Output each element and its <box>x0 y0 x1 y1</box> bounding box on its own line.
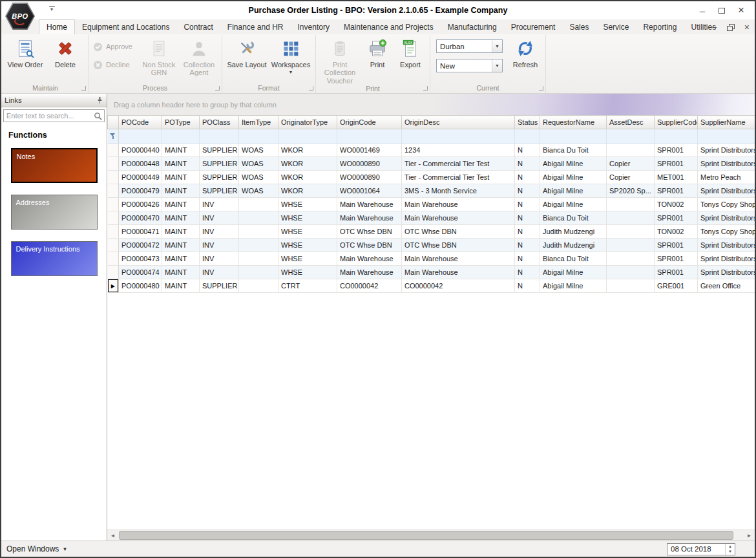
cell-origindesc[interactable]: OTC Whse DBN <box>402 239 515 252</box>
row-indicator[interactable] <box>108 252 119 266</box>
cell-origincode[interactable]: WO0001064 <box>337 184 402 198</box>
cell-itemtype[interactable] <box>239 198 278 211</box>
tab-equipment-and-locations[interactable]: Equipment and Locations <box>75 19 176 34</box>
cell-origindesc[interactable]: Tier - Commercial Tier Test <box>402 171 515 184</box>
row-indicator[interactable] <box>108 184 119 198</box>
cell-status[interactable]: N <box>515 198 540 211</box>
decline-button[interactable]: Decline <box>91 58 139 72</box>
cell-potype[interactable]: MAINT <box>162 266 200 279</box>
column-header-status[interactable]: Status <box>515 116 540 129</box>
cell-originatortype[interactable]: WHSE <box>278 252 337 266</box>
cell-poclass[interactable]: INV <box>200 239 239 252</box>
cell-poclass[interactable]: SUPPLIER <box>200 171 239 184</box>
cell-suppliername[interactable]: Green Office <box>698 279 755 293</box>
cell-requestorname[interactable]: Abigail Milne <box>540 171 607 184</box>
cell-pocode[interactable]: PO0000471 <box>119 225 162 239</box>
cell-suppliercode[interactable]: SPR001 <box>655 144 698 157</box>
cell-poclass[interactable]: SUPPLIER <box>200 144 239 157</box>
row-indicator[interactable] <box>108 225 119 239</box>
cell-requestorname[interactable]: Abigail Milne <box>540 279 607 293</box>
cell-requestorname[interactable]: Bianca Du Toit <box>540 211 607 225</box>
cell-requestorname[interactable]: Abigail Milne <box>540 266 607 279</box>
cell-originatortype[interactable]: WKOR <box>278 144 337 157</box>
cell-suppliercode[interactable]: GRE001 <box>655 279 698 293</box>
cell-potype[interactable]: MAINT <box>162 239 200 252</box>
cell-poclass[interactable]: INV <box>200 266 239 279</box>
export-button[interactable]: XLSX Export <box>394 36 427 85</box>
filter-cell-requestorname[interactable] <box>540 129 607 144</box>
column-header-potype[interactable]: POType <box>162 116 200 129</box>
cell-status[interactable]: N <box>515 184 540 198</box>
column-header-origincode[interactable]: OriginCode <box>337 116 402 129</box>
view-order-button[interactable]: View Order <box>5 36 45 83</box>
filter-cell-status[interactable] <box>515 129 540 144</box>
filter-cell-suppliercode[interactable] <box>655 129 698 144</box>
cell-suppliername[interactable]: Sprint Distributors <box>698 266 755 279</box>
close-button[interactable]: × <box>731 2 751 19</box>
cell-poclass[interactable]: SUPPLIER <box>200 184 239 198</box>
cell-potype[interactable]: MAINT <box>162 171 200 184</box>
mdi-minimize-button[interactable]: – <box>712 23 717 32</box>
format-dialog-launcher-icon[interactable] <box>309 86 313 91</box>
row-indicator[interactable] <box>108 239 119 252</box>
filter-cell-poclass[interactable] <box>200 129 239 144</box>
cell-poclass[interactable]: INV <box>200 198 239 211</box>
cell-requestorname[interactable]: Judith Mudzengi <box>540 225 607 239</box>
cell-assetdesc[interactable] <box>607 266 655 279</box>
column-header-assetdesc[interactable]: AssetDesc <box>607 116 655 129</box>
cell-requestorname[interactable]: Abigail Milne <box>540 198 607 211</box>
cell-assetdesc[interactable] <box>607 198 655 211</box>
cell-pocode[interactable]: PO0000448 <box>119 157 162 171</box>
cell-suppliername[interactable]: Sprint Distributors <box>698 157 755 171</box>
tab-procurement[interactable]: Procurement <box>504 19 563 34</box>
cell-assetdesc[interactable]: Copier <box>607 171 655 184</box>
cell-poclass[interactable]: SUPPLIER <box>200 157 239 171</box>
cell-suppliercode[interactable]: SPR001 <box>655 252 698 266</box>
cell-origincode[interactable]: CO0000042 <box>337 279 402 293</box>
cell-status[interactable]: N <box>515 252 540 266</box>
site-combobox[interactable]: Durban ▼ <box>436 39 503 53</box>
cell-poclass[interactable]: SUPPLIER <box>200 279 239 293</box>
column-header-origindesc[interactable]: OriginDesc <box>402 116 515 129</box>
filter-cell-assetdesc[interactable] <box>607 129 655 144</box>
column-header-poclass[interactable]: POClass <box>200 116 239 129</box>
cell-potype[interactable]: MAINT <box>162 184 200 198</box>
cell-itemtype[interactable] <box>239 239 278 252</box>
cell-status[interactable]: N <box>515 225 540 239</box>
focused-row-indicator[interactable]: ▶ <box>108 279 119 293</box>
cell-origindesc[interactable]: 3MS - 3 Month Service <box>402 184 515 198</box>
cell-assetdesc[interactable] <box>607 252 655 266</box>
tab-service[interactable]: Service <box>596 19 636 34</box>
cell-potype[interactable]: MAINT <box>162 279 200 293</box>
approve-button[interactable]: Approve <box>91 39 139 54</box>
tab-contract[interactable]: Contract <box>176 19 220 34</box>
cell-suppliername[interactable]: Tonys Copy Shop <box>698 225 755 239</box>
cell-origincode[interactable]: Main Warehouse <box>337 211 402 225</box>
cell-status[interactable]: N <box>515 211 540 225</box>
filter-cell-originatortype[interactable] <box>278 129 337 144</box>
cell-assetdesc[interactable] <box>607 279 655 293</box>
search-icon[interactable] <box>94 112 102 120</box>
mdi-close-button[interactable]: × <box>744 22 750 32</box>
cell-itemtype[interactable] <box>239 279 278 293</box>
workspaces-button[interactable]: Workspaces ▼ <box>269 36 313 83</box>
cell-assetdesc[interactable] <box>607 144 655 157</box>
scrollbar-thumb[interactable] <box>119 531 733 540</box>
cell-pocode[interactable]: PO0000474 <box>119 266 162 279</box>
cell-origincode[interactable]: WO0000890 <box>337 157 402 171</box>
function-button-notes[interactable]: Notes <box>11 148 98 183</box>
cell-pocode[interactable]: PO0000449 <box>119 171 162 184</box>
cell-suppliername[interactable]: Sprint Distributors <box>698 239 755 252</box>
cell-potype[interactable]: MAINT <box>162 198 200 211</box>
cell-poclass[interactable]: INV <box>200 211 239 225</box>
cell-suppliercode[interactable]: TON002 <box>655 225 698 239</box>
cell-status[interactable]: N <box>515 266 540 279</box>
cell-origindesc[interactable]: CO0000042 <box>402 279 515 293</box>
tab-finance-and-hr[interactable]: Finance and HR <box>220 19 291 34</box>
refresh-button[interactable]: Refresh <box>508 36 543 83</box>
scroll-left-button[interactable]: ◄ <box>107 530 118 541</box>
cell-suppliername[interactable]: Sprint Distributors <box>698 144 755 157</box>
cell-originatortype[interactable]: WKOR <box>278 171 337 184</box>
print-collection-voucher-button[interactable]: Print Collection Voucher <box>319 36 361 85</box>
cell-origindesc[interactable]: Tier - Commercial Tier Test <box>402 157 515 171</box>
